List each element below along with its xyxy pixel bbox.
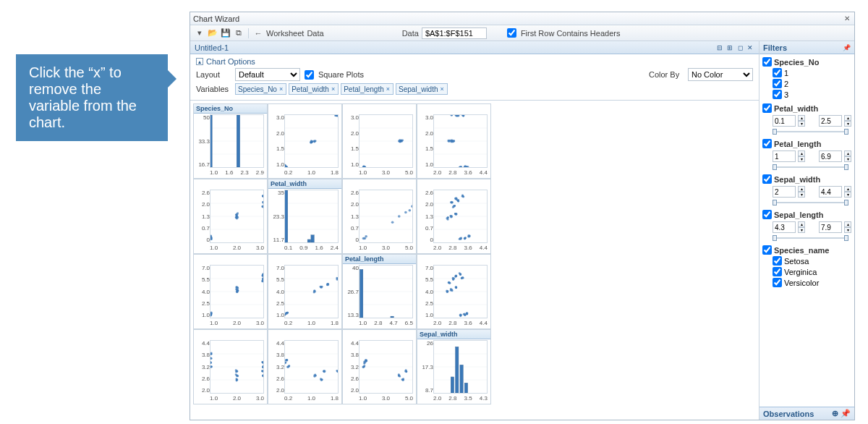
new-icon[interactable]: ▾ — [195, 28, 205, 38]
spinner-up-icon[interactable]: ▴ — [798, 115, 805, 121]
spinner-down-icon[interactable]: ▾ — [798, 156, 805, 162]
svg-point-382 — [462, 277, 464, 279]
spinner-up-icon[interactable]: ▴ — [844, 115, 851, 121]
filter-group-name: Sepal_length — [774, 211, 823, 219]
spinner-down-icon[interactable]: ▾ — [844, 227, 851, 233]
window-title: Chart Wizard — [193, 14, 239, 23]
x-axis: 0.21.01.8 — [284, 320, 339, 327]
tab-restore-icon[interactable]: ⊞ — [726, 43, 734, 52]
filter-max-input[interactable]: 2.5 — [819, 115, 842, 127]
svg-point-215 — [468, 234, 470, 237]
filter-group: Sepal_width2▴▾4.4▴▾ — [762, 174, 851, 205]
filter-item-checkbox[interactable] — [773, 90, 782, 99]
tab-max-icon[interactable]: ◻ — [736, 43, 744, 52]
spinner-down-icon[interactable]: ▾ — [798, 192, 805, 198]
filter-max-input[interactable]: 7.9 — [819, 221, 842, 233]
tab-close-icon[interactable]: ✕ — [746, 43, 754, 52]
filter-group-checkbox[interactable] — [762, 57, 772, 67]
filter-item-label: 3 — [784, 90, 788, 99]
spinner-down-icon[interactable]: ▾ — [798, 121, 805, 127]
remove-variable-icon[interactable]: × — [440, 85, 445, 93]
close-icon[interactable]: ✕ — [843, 14, 851, 23]
filter-min-input[interactable]: 4.3 — [773, 221, 796, 233]
svg-point-494 — [362, 366, 365, 368]
crumb-label: Data — [307, 29, 323, 38]
filter-min-input[interactable]: 0.1 — [773, 115, 796, 127]
spinner-down-icon[interactable]: ▾ — [844, 192, 851, 198]
layout-select[interactable]: Default — [235, 68, 300, 81]
matrix-cell: 4.43.83.22.62.00.21.01.8 — [268, 329, 342, 404]
spinner-up-icon[interactable]: ▴ — [844, 221, 851, 227]
svg-point-311 — [336, 277, 338, 279]
svg-point-183 — [365, 235, 367, 238]
filter-group-checkbox[interactable] — [762, 103, 772, 113]
spinner-down-icon[interactable]: ▾ — [798, 227, 805, 233]
filter-max-input[interactable]: 4.4 — [819, 186, 842, 198]
filter-item-checkbox[interactable] — [773, 267, 782, 276]
toolbar: ▾ 📂 💾 ⧉ ← Worksheet Data Data First Row … — [190, 25, 854, 41]
filter-group-checkbox[interactable] — [762, 174, 772, 184]
svg-rect-523 — [456, 347, 459, 393]
titlebar: Chart Wizard ✕ — [190, 12, 854, 25]
spinner-down-icon[interactable]: ▾ — [844, 121, 851, 127]
copy-icon[interactable]: ⧉ — [234, 28, 244, 38]
square-plots-checkbox[interactable] — [305, 70, 314, 80]
remove-variable-icon[interactable]: × — [386, 85, 391, 93]
plot-area — [433, 190, 488, 243]
svg-point-414 — [236, 378, 238, 381]
headers-checkbox[interactable] — [507, 28, 516, 38]
x-axis: 2.02.83.64.4 — [433, 245, 488, 252]
filter-item-label: Setosa — [784, 257, 809, 266]
variable-tag: Sepal_width× — [396, 83, 448, 95]
spinner-up-icon[interactable]: ▴ — [844, 186, 851, 192]
y-axis: 3523.311.7 — [270, 190, 284, 243]
data-range-input[interactable] — [422, 27, 487, 39]
svg-point-503 — [405, 369, 407, 371]
filter-max-input[interactable]: 6.9 — [819, 150, 842, 162]
spinner-up-icon[interactable]: ▴ — [798, 150, 805, 156]
filter-item-checkbox[interactable] — [773, 256, 782, 266]
filter-slider[interactable] — [773, 129, 848, 135]
colorby-select[interactable]: No Color — [688, 68, 753, 81]
cell-title: Petal_length — [343, 255, 416, 264]
filter-group-checkbox[interactable] — [762, 245, 772, 255]
save-icon[interactable]: 💾 — [221, 28, 231, 38]
filters-title: Filters — [763, 43, 787, 52]
filter-slider[interactable] — [773, 235, 848, 241]
x-axis: 1.03.05.0 — [359, 245, 413, 252]
open-icon[interactable]: 📂 — [208, 28, 218, 38]
tab-title[interactable]: Untitled-1 — [195, 43, 229, 52]
filter-item-checkbox[interactable] — [773, 79, 782, 88]
back-icon[interactable]: ← — [253, 28, 263, 38]
x-axis: 1.01.62.32.9 — [210, 169, 264, 177]
observations-title: Observations — [763, 410, 814, 418]
filter-slider[interactable] — [773, 200, 848, 205]
svg-point-107 — [453, 140, 455, 142]
svg-point-500 — [402, 379, 404, 381]
filter-min-input[interactable]: 2 — [773, 186, 796, 198]
y-axis: 4.43.83.22.62.0 — [344, 340, 359, 394]
svg-point-364 — [447, 290, 449, 292]
filter-item-checkbox[interactable] — [773, 68, 782, 77]
filter-min-input[interactable]: 1 — [773, 150, 796, 162]
remove-variable-icon[interactable]: × — [331, 85, 336, 93]
filter-group-checkbox[interactable] — [762, 210, 772, 219]
plot-area — [210, 340, 264, 394]
y-axis: 2.62.01.30.70 — [344, 190, 359, 243]
spinner-up-icon[interactable]: ▴ — [798, 186, 805, 192]
spinner-down-icon[interactable]: ▾ — [844, 156, 851, 162]
filter-group: Petal_length1▴▾6.9▴▾ — [762, 139, 851, 170]
filter-slider[interactable] — [773, 164, 848, 170]
spinner-up-icon[interactable]: ▴ — [844, 150, 851, 156]
svg-rect-330 — [391, 316, 393, 318]
pin-icon[interactable]: 📌 — [843, 44, 851, 51]
remove-variable-icon[interactable]: × — [278, 85, 284, 93]
tab-min-icon[interactable]: ⊟ — [715, 43, 724, 52]
filter-group-checkbox[interactable] — [762, 139, 772, 148]
matrix-cell: 2.62.01.30.701.03.05.0 — [342, 179, 417, 254]
spinner-up-icon[interactable]: ▴ — [798, 221, 805, 227]
plot-area — [433, 340, 488, 394]
filter-item-checkbox[interactable] — [773, 278, 782, 287]
collapse-icon[interactable]: ▴ — [196, 58, 203, 65]
obs-pin-icon[interactable]: ⊕ 📌 — [832, 409, 851, 418]
